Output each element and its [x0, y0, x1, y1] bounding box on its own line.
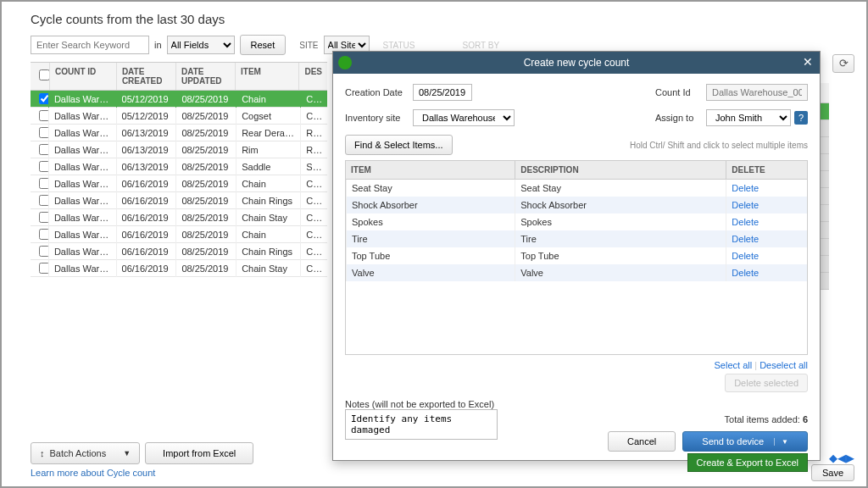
list-item[interactable]: SpokesSpokesDelete — [346, 214, 807, 230]
row-checkbox[interactable] — [39, 195, 48, 206]
delete-link[interactable]: Delete — [732, 183, 759, 193]
cell-count-id: Dallas Wareh... — [48, 141, 116, 158]
cell-date-created: 05/12/2019 — [116, 108, 176, 125]
delete-link[interactable]: Delete — [732, 251, 759, 261]
item-name: Tire — [346, 230, 515, 247]
status-label: STATUS — [375, 41, 415, 50]
close-icon[interactable]: ✕ — [803, 55, 813, 69]
cell-count-id: Dallas Wareh... — [48, 226, 116, 243]
help-icon[interactable]: ? — [794, 111, 808, 125]
col-count-id[interactable]: COUNT ID — [49, 63, 116, 90]
list-item[interactable]: ValveValveDelete — [346, 264, 807, 281]
list-item[interactable]: Shock AbsorberShock AbsorberDelete — [346, 197, 807, 214]
count-id-label: Count Id — [655, 87, 706, 97]
batch-actions-button[interactable]: ↕ Batch Actions ▼ — [31, 442, 140, 464]
col-date-updated[interactable]: DATE UPDATED — [175, 63, 235, 90]
cell-description: Sad — [300, 158, 327, 175]
items-col-item: ITEM — [346, 161, 515, 179]
refresh-icon[interactable]: ⟳ — [832, 54, 854, 73]
cell-item: Chain — [236, 91, 300, 108]
item-name: Top Tube — [346, 247, 515, 264]
create-cycle-count-modal: Create new cycle count ✕ Creation Date C… — [332, 51, 821, 461]
send-to-device-button[interactable]: Send to device ▼ — [682, 431, 808, 452]
table-row[interactable]: Dallas Wareh...06/16/201908/25/2019Chain… — [31, 192, 327, 209]
item-name: Shock Absorber — [346, 197, 515, 214]
items-col-description: DESCRIPTION — [515, 161, 726, 179]
field-select[interactable]: All Fields — [167, 36, 235, 54]
select-all-link[interactable]: Select all — [715, 360, 753, 370]
search-input[interactable] — [31, 36, 149, 54]
item-description: Tire — [515, 230, 726, 247]
row-checkbox[interactable] — [39, 246, 48, 257]
delete-link[interactable]: Delete — [732, 217, 759, 227]
list-item[interactable]: TireTireDelete — [346, 230, 807, 247]
cell-date-created: 06/16/2019 — [116, 243, 176, 260]
cell-date-created: 06/16/2019 — [116, 192, 176, 209]
col-item[interactable]: ITEM — [235, 63, 298, 90]
cell-date-updated: 08/25/2019 — [175, 91, 236, 108]
cell-date-created: 06/13/2019 — [116, 141, 176, 158]
save-button[interactable]: Save — [811, 464, 854, 481]
create-export-excel-option[interactable]: Create & Export to Excel — [687, 453, 808, 472]
table-row[interactable]: Dallas Wareh...06/16/201908/25/2019Chain… — [31, 226, 327, 243]
row-checkbox[interactable] — [39, 229, 48, 240]
list-item[interactable]: Top TubeTop TubeDelete — [346, 247, 807, 264]
list-item[interactable]: Seat StaySeat StayDelete — [346, 180, 807, 197]
table-row[interactable]: Dallas Wareh...06/13/201908/25/2019Rear … — [31, 125, 327, 141]
cell-description: Cog — [300, 108, 327, 125]
page-title: Cycle counts from the last 30 days — [2, 2, 866, 35]
cell-date-updated: 08/25/2019 — [175, 226, 236, 243]
row-checkbox[interactable] — [39, 93, 48, 104]
learn-more-link[interactable]: Learn more about Cycle count — [31, 468, 155, 478]
cell-date-updated: 08/25/2019 — [175, 158, 236, 175]
row-checkbox[interactable] — [39, 110, 48, 121]
cell-date-updated: 08/25/2019 — [175, 209, 236, 226]
row-checkbox[interactable] — [39, 178, 48, 189]
creation-date-input[interactable] — [413, 84, 472, 101]
row-checkbox[interactable] — [39, 212, 48, 223]
table-row[interactable]: Dallas Wareh...06/16/201908/25/2019Chain… — [31, 260, 327, 277]
row-checkbox[interactable] — [39, 161, 48, 172]
delete-selected-button: Delete selected — [725, 374, 808, 392]
table-row[interactable]: Dallas Wareh...06/16/201908/25/2019Chain… — [31, 243, 327, 260]
pager-arrows[interactable]: ◆◀▶ — [829, 452, 854, 464]
cell-date-updated: 08/25/2019 — [175, 243, 236, 260]
col-date-created[interactable]: DATE CREATED — [116, 63, 175, 90]
cell-count-id: Dallas Wareh... — [48, 260, 116, 277]
row-checkbox[interactable] — [39, 263, 48, 274]
delete-link[interactable]: Delete — [732, 234, 759, 244]
table-row[interactable]: Dallas Wareh...05/12/201908/25/2019Cogse… — [31, 108, 327, 125]
cell-date-created: 06/13/2019 — [116, 125, 176, 141]
chevron-down-icon[interactable]: ▼ — [774, 438, 788, 446]
row-checkbox[interactable] — [39, 144, 48, 155]
row-checkbox[interactable] — [39, 127, 48, 138]
table-row[interactable]: Dallas Wareh...06/16/201908/25/2019Chain… — [31, 209, 327, 226]
table-row[interactable]: Dallas Wareh...06/16/201908/25/2019Chain… — [31, 175, 327, 192]
cell-date-created: 06/16/2019 — [116, 175, 176, 192]
table-row[interactable]: Dallas Wareh...06/13/201908/25/2019RimRi… — [31, 141, 327, 158]
assign-to-select[interactable]: John Smith — [706, 109, 791, 126]
find-select-items-button[interactable]: Find & Select Items... — [345, 135, 453, 155]
table-row[interactable]: Dallas Wareh...05/12/201908/25/2019Chain… — [31, 91, 327, 108]
cell-date-updated: 08/25/2019 — [175, 125, 236, 141]
deselect-all-link[interactable]: Deselect all — [760, 360, 808, 370]
cancel-button[interactable]: Cancel — [608, 431, 676, 452]
cell-date-created: 06/16/2019 — [116, 260, 176, 277]
reset-button[interactable]: Reset — [240, 35, 287, 55]
cell-date-updated: 08/25/2019 — [175, 141, 236, 158]
cell-item: Chain Rings — [236, 192, 300, 209]
col-description[interactable]: DES — [298, 63, 327, 90]
item-description: Spokes — [515, 214, 726, 230]
cell-description: Cha — [300, 226, 327, 243]
notes-label: Notes (will not be exported to Excel) — [345, 399, 808, 409]
inventory-site-label: Inventory site — [345, 113, 413, 123]
cell-count-id: Dallas Wareh... — [48, 158, 116, 175]
cell-date-updated: 08/25/2019 — [175, 192, 236, 209]
delete-link[interactable]: Delete — [732, 200, 759, 210]
inventory-site-select[interactable]: Dallas Warehouse — [413, 109, 515, 126]
cell-item: Saddle — [236, 158, 300, 175]
delete-link[interactable]: Delete — [732, 268, 759, 278]
import-from-excel-button[interactable]: Import from Excel — [145, 442, 253, 464]
table-row[interactable]: Dallas Wareh...06/13/201908/25/2019Saddl… — [31, 158, 327, 175]
multiselect-hint: Hold Ctrl/ Shift and click to select mul… — [630, 141, 808, 150]
